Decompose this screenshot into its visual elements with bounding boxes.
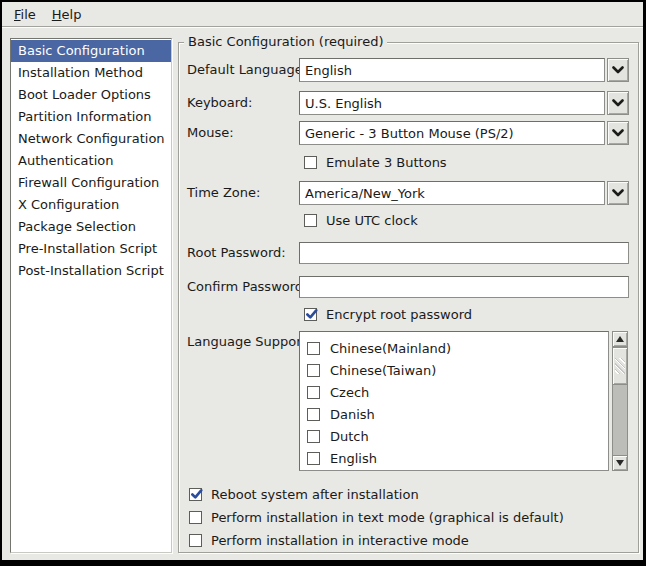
sidebar-item-firewall-configuration[interactable]: Firewall Configuration xyxy=(11,172,171,194)
keyboard-combo[interactable]: U.S. English xyxy=(299,91,629,115)
menubar: File Help xyxy=(2,2,643,27)
text-mode-install-checkbox[interactable] xyxy=(189,511,202,524)
encrypt-root-password-label: Encrypt root password xyxy=(326,307,472,322)
language-option-label: Chinese(Mainland) xyxy=(330,341,451,356)
check-icon xyxy=(305,308,318,321)
root-password-label: Root Password: xyxy=(187,242,286,264)
interactive-mode-install-label: Perform installation in interactive mode xyxy=(211,533,469,548)
language-option-label: Czech xyxy=(330,385,369,400)
sidebar-item-basic-configuration[interactable]: Basic Configuration xyxy=(11,40,171,62)
language-checkbox[interactable] xyxy=(307,430,320,443)
sidebar-item-post-installation-script[interactable]: Post-Installation Script xyxy=(11,260,171,282)
basic-configuration-group: Basic Configuration (required) Default L… xyxy=(178,42,639,553)
sidebar-item-installation-method[interactable]: Installation Method xyxy=(11,62,171,84)
sidebar-item-partition-information[interactable]: Partition Information xyxy=(11,106,171,128)
language-option-dutch[interactable]: Dutch xyxy=(307,425,608,447)
menu-item-help[interactable]: Help xyxy=(44,4,90,25)
scroll-up-icon xyxy=(616,336,624,342)
encrypt-root-password-checkbox[interactable] xyxy=(304,308,317,321)
menu-item-file[interactable]: File xyxy=(6,4,44,25)
language-option-czech[interactable]: Czech xyxy=(307,381,608,403)
encrypt-root-password-row: Encrypt root password xyxy=(304,306,634,322)
group-title: Basic Configuration (required) xyxy=(184,34,387,49)
use-utc-clock-label: Use UTC clock xyxy=(326,213,418,228)
sidebar-item-network-configuration[interactable]: Network Configuration xyxy=(11,128,171,150)
mouse-dropdown-button[interactable] xyxy=(607,121,629,145)
default-language-value[interactable]: English xyxy=(299,58,605,82)
sidebar-item-x-configuration[interactable]: X Configuration xyxy=(11,194,171,216)
time-zone-value[interactable]: America/New_York xyxy=(299,181,605,205)
time-zone-label: Time Zone: xyxy=(187,181,260,205)
root-password-input[interactable] xyxy=(299,242,629,264)
reboot-after-install-label: Reboot system after installation xyxy=(211,487,419,502)
keyboard-value[interactable]: U.S. English xyxy=(299,91,605,115)
language-support-label: Language Support: xyxy=(187,334,311,350)
scrollbar-up-button[interactable] xyxy=(612,331,628,347)
text-mode-install-row: Perform installation in text mode (graph… xyxy=(189,509,564,525)
language-option-chinese-mainland[interactable]: Chinese(Mainland) xyxy=(307,337,608,359)
scroll-down-icon xyxy=(616,460,624,466)
confirm-password-label: Confirm Password: xyxy=(187,276,307,298)
default-language-label: Default Language: xyxy=(187,58,307,82)
mouse-label: Mouse: xyxy=(187,121,234,145)
language-list-scrollbar[interactable] xyxy=(612,331,628,471)
text-mode-install-label: Perform installation in text mode (graph… xyxy=(211,510,564,525)
chevron-down-icon xyxy=(612,66,624,74)
confirm-password-input[interactable] xyxy=(299,276,629,298)
time-zone-combo[interactable]: America/New_York xyxy=(299,181,629,205)
scrollbar-thumb[interactable] xyxy=(612,347,628,385)
use-utc-clock-checkbox[interactable] xyxy=(304,214,317,227)
language-checkbox[interactable] xyxy=(307,452,320,465)
emulate-3-buttons-label: Emulate 3 Buttons xyxy=(326,155,447,170)
emulate-3-buttons-row: Emulate 3 Buttons xyxy=(304,154,634,170)
default-language-combo[interactable]: English xyxy=(299,58,629,82)
language-option-label: English xyxy=(330,451,377,466)
chevron-down-icon xyxy=(612,129,624,137)
sidebar-item-pre-installation-script[interactable]: Pre-Installation Script xyxy=(11,238,171,260)
language-option-english[interactable]: English xyxy=(307,447,608,469)
language-option-label: Danish xyxy=(330,407,375,422)
reboot-after-install-checkbox[interactable] xyxy=(189,488,202,501)
language-option-danish[interactable]: Danish xyxy=(307,403,608,425)
chevron-down-icon xyxy=(612,99,624,107)
scrollbar-grip-icon xyxy=(615,358,625,374)
language-checkbox[interactable] xyxy=(307,364,320,377)
kickstart-configurator-window: File Help Basic Configuration Installati… xyxy=(0,0,646,566)
language-checkbox[interactable] xyxy=(307,408,320,421)
keyboard-dropdown-button[interactable] xyxy=(607,91,629,115)
scrollbar-down-button[interactable] xyxy=(612,455,628,471)
interactive-mode-install-checkbox[interactable] xyxy=(189,534,202,547)
mouse-combo[interactable]: Generic - 3 Button Mouse (PS/2) xyxy=(299,121,629,145)
language-option-label: Chinese(Taiwan) xyxy=(330,363,436,378)
language-option-chinese-taiwan[interactable]: Chinese(Taiwan) xyxy=(307,359,608,381)
category-sidebar: Basic Configuration Installation Method … xyxy=(10,38,172,553)
language-option-label: Dutch xyxy=(330,429,369,444)
emulate-3-buttons-checkbox[interactable] xyxy=(304,156,317,169)
keyboard-label: Keyboard: xyxy=(187,91,253,115)
language-support-list: Chinese(Mainland) Chinese(Taiwan) Czech xyxy=(299,331,609,471)
language-checkbox[interactable] xyxy=(307,342,320,355)
mouse-value[interactable]: Generic - 3 Button Mouse (PS/2) xyxy=(299,121,605,145)
default-language-dropdown-button[interactable] xyxy=(607,58,629,82)
sidebar-item-authentication[interactable]: Authentication xyxy=(11,150,171,172)
use-utc-clock-row: Use UTC clock xyxy=(304,212,634,228)
check-icon xyxy=(190,488,203,501)
sidebar-item-boot-loader-options[interactable]: Boot Loader Options xyxy=(11,84,171,106)
chevron-down-icon xyxy=(612,189,624,197)
reboot-after-install-row: Reboot system after installation xyxy=(189,486,419,502)
sidebar-item-package-selection[interactable]: Package Selection xyxy=(11,216,171,238)
language-checkbox[interactable] xyxy=(307,386,320,399)
time-zone-dropdown-button[interactable] xyxy=(607,181,629,205)
interactive-mode-install-row: Perform installation in interactive mode xyxy=(189,532,469,548)
